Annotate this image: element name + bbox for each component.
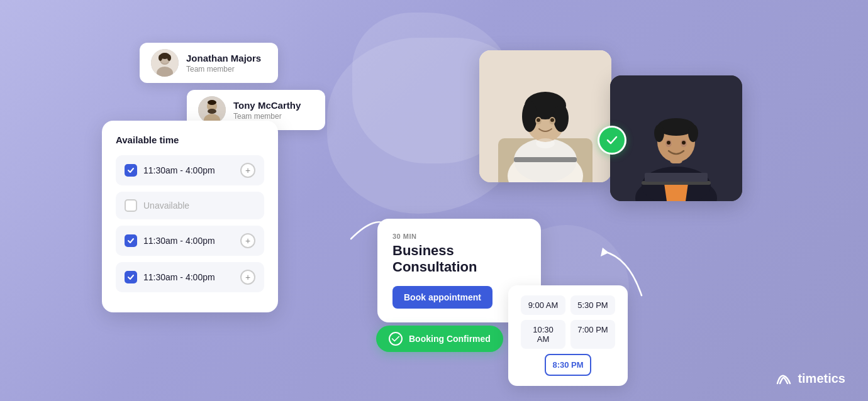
checkbox-2[interactable]	[125, 199, 137, 212]
svg-point-6	[167, 55, 171, 61]
time-row-1: 11:30am - 4:00pm +	[116, 155, 264, 185]
member-name-jonathan: Jonathan Majors	[186, 53, 261, 63]
timeslot-1030am[interactable]: 10:30 AM	[521, 320, 565, 349]
svg-point-10	[208, 109, 216, 114]
photo-card-woman	[479, 50, 611, 182]
member-info-tony: Tony McCarthy Team member	[233, 100, 301, 121]
time-row-4: 11:30am - 4:00pm +	[116, 262, 264, 292]
svg-rect-26	[514, 157, 577, 162]
timetics-logo: timetics	[775, 371, 845, 386]
time-label-4: 11:30am - 4:00pm	[143, 272, 234, 282]
avatar-tony	[198, 96, 226, 124]
plus-btn-4[interactable]: +	[240, 270, 255, 285]
svg-point-35	[688, 124, 698, 142]
booking-confirmed-label: Booking Confirmed	[409, 334, 491, 344]
time-label-3: 11:30am - 4:00pm	[143, 236, 234, 246]
svg-rect-41	[645, 173, 708, 182]
svg-point-20	[522, 101, 537, 132]
logo-icon	[775, 372, 793, 386]
svg-point-21	[554, 104, 569, 132]
logo-text: timetics	[798, 371, 845, 386]
plus-btn-3[interactable]: +	[240, 233, 255, 248]
checkbox-3[interactable]	[125, 234, 137, 247]
avatar-jonathan	[151, 49, 179, 77]
timeslot-530pm[interactable]: 5:30 PM	[570, 295, 615, 315]
member-card-jonathan: Jonathan Majors Team member	[140, 43, 278, 83]
time-label-2: Unavailable	[143, 200, 255, 211]
plus-btn-1[interactable]: +	[240, 163, 255, 178]
svg-point-5	[159, 55, 162, 61]
consultation-title: Business Consultation	[392, 243, 526, 276]
checkbox-4[interactable]	[125, 271, 137, 283]
member-role-tony: Team member	[233, 112, 301, 121]
availability-panel-title: Available time	[116, 135, 264, 145]
timeslot-700pm[interactable]: 7:00 PM	[570, 320, 615, 349]
svg-point-34	[654, 124, 664, 142]
member-role-jonathan: Team member	[186, 65, 261, 74]
timeslot-900am[interactable]: 9:00 AM	[521, 295, 565, 315]
green-check-overlay	[598, 126, 626, 155]
svg-point-39	[682, 141, 686, 145]
svg-point-11	[208, 100, 216, 105]
booking-confirmed-badge: Booking Confirmed	[376, 326, 503, 352]
time-row-2: Unavailable	[116, 192, 264, 219]
member-name-tony: Tony McCarthy	[233, 100, 301, 111]
member-info-jonathan: Jonathan Majors Team member	[186, 53, 261, 74]
timeslots-panel: 9:00 AM 5:30 PM 10:30 AM 7:00 PM 8:30 PM	[508, 285, 628, 386]
time-label-1: 11:30am - 4:00pm	[143, 165, 234, 175]
duration-label: 30 MIN	[392, 233, 526, 240]
timeslot-830pm[interactable]: 8:30 PM	[545, 354, 591, 376]
availability-panel: Available time 11:30am - 4:00pm + Unavai…	[102, 121, 278, 312]
timeslots-grid: 9:00 AM 5:30 PM 10:30 AM 7:00 PM 8:30 PM	[521, 295, 615, 376]
svg-point-38	[667, 141, 670, 145]
svg-point-24	[537, 118, 540, 122]
svg-point-27	[536, 138, 555, 148]
book-appointment-button[interactable]: Book appointment	[392, 286, 492, 309]
photo-man-bg	[610, 75, 742, 201]
svg-marker-42	[601, 248, 609, 256]
confirmed-check-icon	[389, 332, 403, 346]
checkbox-1[interactable]	[125, 164, 137, 177]
photo-woman-bg	[479, 50, 611, 182]
time-row-3: 11:30am - 4:00pm +	[116, 226, 264, 256]
svg-point-25	[550, 118, 554, 122]
photo-card-man	[610, 75, 742, 201]
